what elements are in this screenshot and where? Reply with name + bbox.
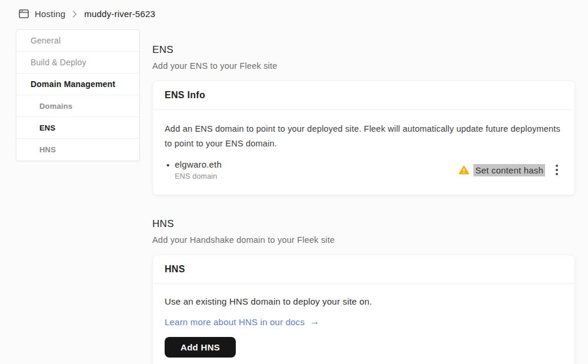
settings-sidebar: General Build & Deploy Domain Management… [16,29,140,161]
sidebar-item-hns[interactable]: HNS [16,139,139,161]
hns-docs-link-label: Learn more about HNS in our docs [165,317,305,327]
ens-domain-info: • elgwaro.eth ENS domain [165,159,222,181]
ens-domain-row: • elgwaro.eth ENS domain [165,159,563,181]
hns-section-title: HNS [152,218,575,231]
breadcrumb-hosting-link[interactable]: Hosting [35,9,65,19]
ens-info-card: ENS Info Add an ENS domain to point to y… [152,81,575,195]
ens-domain-type-label: ENS domain [175,172,222,181]
hns-card: HNS Use an existing HNS domain to deploy… [152,255,575,364]
bullet-icon: • [166,160,169,181]
kebab-dot [556,169,558,171]
kebab-dot [556,173,558,175]
sidebar-item-ens[interactable]: ENS [16,117,139,139]
sidebar-item-general[interactable]: General [16,30,139,52]
main-content: ENS Add your ENS to your Fleek site ENS … [152,29,575,364]
ens-domain-name: elgwaro.eth [175,159,222,170]
add-hns-button[interactable]: Add HNS [165,337,236,358]
ens-section-title: ENS [152,44,575,56]
ens-info-card-title: ENS Info [153,81,574,110]
hns-card-title: HNS [153,255,574,284]
ens-domain-status: Set content hash [459,162,563,178]
hns-docs-link[interactable]: Learn more about HNS in our docs → [165,316,319,327]
kebab-dot [556,165,558,167]
ens-description: Add an ENS domain to point to your deplo… [165,122,563,151]
page-layout: General Build & Deploy Domain Management… [0,29,588,364]
ens-section-subtitle: Add your ENS to your Fleek site [152,61,575,72]
hns-section-subtitle: Add your Handshake domain to your Fleek … [152,235,575,246]
chevron-right-icon [72,11,77,18]
breadcrumb-site-name[interactable]: muddy-river-5623 [84,9,155,19]
set-content-hash-label: Set content hash [473,164,545,176]
hns-description: Use an existing HNS domain to deploy you… [165,296,563,307]
warning-icon [459,165,469,175]
sidebar-item-build-deploy[interactable]: Build & Deploy [16,52,139,74]
hosting-window-icon [19,9,29,18]
ens-info-card-body: Add an ENS domain to point to your deplo… [153,110,574,195]
sidebar-item-domain-management[interactable]: Domain Management [16,74,139,95]
arrow-right-icon: → [310,316,319,327]
hns-card-body: Use an existing HNS domain to deploy you… [153,284,574,364]
breadcrumb: Hosting muddy-river-5623 [0,0,588,20]
domain-options-menu-button[interactable] [551,162,563,178]
sidebar-item-domains[interactable]: Domains [16,95,139,117]
